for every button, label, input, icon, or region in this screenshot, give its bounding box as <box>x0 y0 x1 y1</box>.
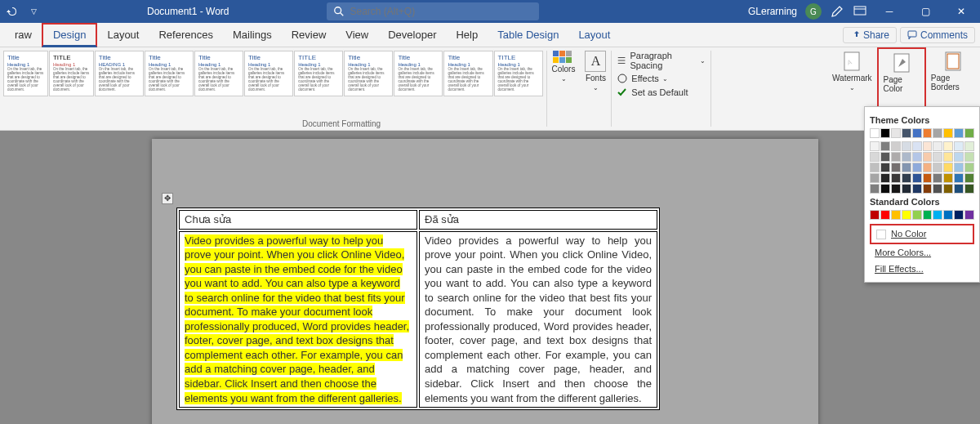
color-swatch[interactable] <box>870 152 880 162</box>
color-swatch[interactable] <box>870 173 880 183</box>
ribbon-display-icon[interactable] <box>853 4 867 19</box>
color-swatch[interactable] <box>943 173 953 183</box>
style-thumbnail[interactable]: TitleHeading 1On the Insert tab, the gal… <box>394 51 443 96</box>
color-swatch[interactable] <box>923 141 933 151</box>
color-swatch[interactable] <box>891 128 901 138</box>
color-swatch[interactable] <box>902 173 911 183</box>
tab-view[interactable]: View <box>336 23 378 47</box>
color-swatch[interactable] <box>964 163 974 172</box>
tab-table-design[interactable]: Table Design <box>488 23 568 47</box>
set-default-button[interactable]: Set as Default <box>617 87 706 98</box>
user-name[interactable]: GLerarning <box>748 6 797 17</box>
color-swatch[interactable] <box>954 163 964 172</box>
color-swatch[interactable] <box>923 173 933 183</box>
color-swatch[interactable] <box>964 141 974 151</box>
color-swatch[interactable] <box>902 184 911 194</box>
color-swatch[interactable] <box>964 152 974 162</box>
style-thumbnail[interactable]: TITLEHeading 1On the Insert tab, the gal… <box>49 51 94 96</box>
color-swatch[interactable] <box>943 141 953 151</box>
color-swatch[interactable] <box>912 163 922 172</box>
color-swatch[interactable] <box>933 173 942 183</box>
color-swatch[interactable] <box>923 210 933 220</box>
color-swatch[interactable] <box>891 173 901 183</box>
colors-button[interactable]: Colors⌄ <box>547 47 581 130</box>
color-swatch[interactable] <box>912 184 922 194</box>
maximize-button[interactable]: ▢ <box>911 0 939 23</box>
table-header-cell[interactable]: Đã sửa <box>419 210 657 230</box>
color-swatch[interactable] <box>870 128 880 138</box>
pen-icon[interactable] <box>830 4 844 19</box>
avatar[interactable]: G <box>805 3 822 20</box>
close-button[interactable]: ✕ <box>947 0 975 23</box>
color-swatch[interactable] <box>943 128 953 138</box>
color-swatch[interactable] <box>933 163 942 172</box>
color-swatch[interactable] <box>902 128 911 138</box>
paragraph-spacing-button[interactable]: Paragraph Spacing ⌄ <box>617 51 706 70</box>
minimize-button[interactable]: ─ <box>875 0 903 23</box>
fill-effects-item[interactable]: Fill Effects... <box>870 261 974 277</box>
color-swatch[interactable] <box>902 141 911 151</box>
color-swatch[interactable] <box>943 210 953 220</box>
color-swatch[interactable] <box>954 141 964 151</box>
color-swatch[interactable] <box>902 163 911 172</box>
color-swatch[interactable] <box>891 152 901 162</box>
color-swatch[interactable] <box>912 173 922 183</box>
color-swatch[interactable] <box>912 152 922 162</box>
tab-review[interactable]: Review <box>282 23 336 47</box>
color-swatch[interactable] <box>870 141 880 151</box>
color-swatch[interactable] <box>964 184 974 194</box>
color-swatch[interactable] <box>933 141 942 151</box>
tab-table-layout[interactable]: Layout <box>568 23 620 47</box>
fonts-button[interactable]: A Fonts⌄ <box>580 47 611 130</box>
tab-design[interactable]: Design <box>42 23 97 47</box>
style-thumbnail[interactable]: TITLEHeading 1On the Insert tab, the gal… <box>294 51 343 96</box>
color-swatch[interactable] <box>933 184 942 194</box>
no-color-item[interactable]: No Color <box>870 224 974 244</box>
color-swatch[interactable] <box>954 184 964 194</box>
color-swatch[interactable] <box>923 163 933 172</box>
color-swatch[interactable] <box>880 163 890 172</box>
tab-mailings[interactable]: Mailings <box>223 23 282 47</box>
color-swatch[interactable] <box>880 184 890 194</box>
document-area[interactable]: 1 · · · │ · · · · · · · 1 · · · · · · · … <box>0 131 980 424</box>
style-thumbnail[interactable]: TitleHeading 1On the Insert tab, the gal… <box>145 51 194 96</box>
document-table[interactable]: Chưa sửa Đã sửa Video provides a powerfu… <box>176 208 660 410</box>
color-swatch[interactable] <box>954 128 964 138</box>
color-swatch[interactable] <box>964 173 974 183</box>
color-swatch[interactable] <box>902 152 911 162</box>
dropdown-icon[interactable]: ▽ <box>26 4 41 19</box>
tab-draw[interactable]: raw <box>5 23 42 47</box>
color-swatch[interactable] <box>902 210 911 220</box>
color-swatch[interactable] <box>912 210 922 220</box>
color-swatch[interactable] <box>933 152 942 162</box>
autosave-undo-icon[interactable] <box>5 4 20 19</box>
color-swatch[interactable] <box>880 210 890 220</box>
color-swatch[interactable] <box>880 152 890 162</box>
color-swatch[interactable] <box>954 152 964 162</box>
color-swatch[interactable] <box>954 210 964 220</box>
style-thumbnail[interactable]: TITLEHeading 1On the Insert tab, the gal… <box>494 51 543 96</box>
color-swatch[interactable] <box>964 128 974 138</box>
color-swatch[interactable] <box>891 184 901 194</box>
color-swatch[interactable] <box>964 210 974 220</box>
tab-developer[interactable]: Developer <box>378 23 446 47</box>
style-thumbnail[interactable]: TitleHeading 1On the Insert tab, the gal… <box>194 51 243 96</box>
color-swatch[interactable] <box>891 163 901 172</box>
style-thumbnail[interactable]: TitleHeading 1On the Insert tab, the gal… <box>3 51 48 96</box>
tab-references[interactable]: References <box>149 23 222 47</box>
color-swatch[interactable] <box>923 128 933 138</box>
color-swatch[interactable] <box>870 163 880 172</box>
color-swatch[interactable] <box>880 141 890 151</box>
color-swatch[interactable] <box>923 184 933 194</box>
table-cell-left[interactable]: Video provides a powerful way to help yo… <box>179 231 417 408</box>
color-swatch[interactable] <box>943 184 953 194</box>
color-swatch[interactable] <box>923 152 933 162</box>
tab-layout[interactable]: Layout <box>97 23 149 47</box>
color-swatch[interactable] <box>954 173 964 183</box>
search-input[interactable] <box>350 6 532 17</box>
style-thumbnail[interactable]: TitleHeading 1On the Insert tab, the gal… <box>344 51 393 96</box>
style-thumbnail[interactable]: TitleHEADING 1On the Insert tab, the gal… <box>95 51 144 96</box>
color-swatch[interactable] <box>933 128 942 138</box>
style-thumbnail[interactable]: TitleHeading 1On the Insert tab, the gal… <box>443 51 492 96</box>
color-swatch[interactable] <box>880 128 890 138</box>
